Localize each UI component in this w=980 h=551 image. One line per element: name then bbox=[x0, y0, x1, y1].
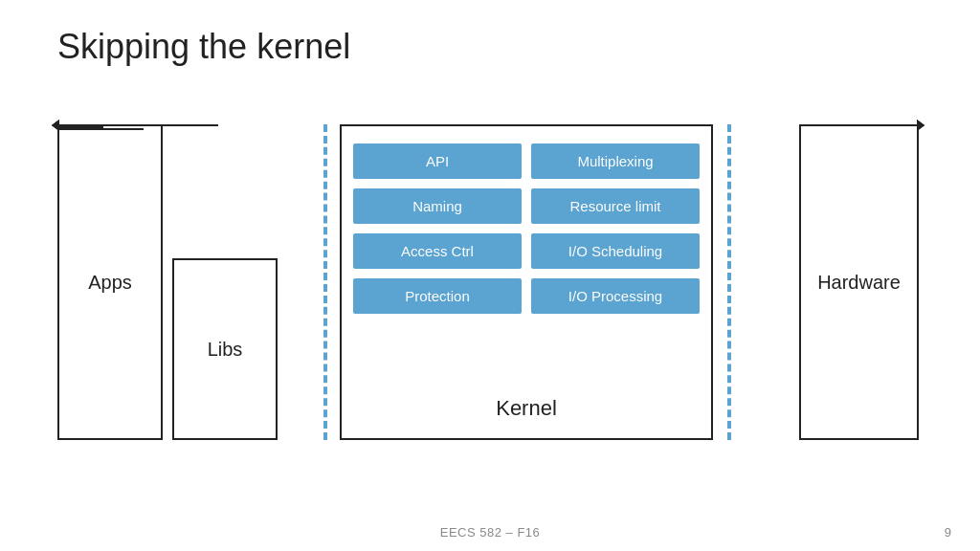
libs-box: Libs bbox=[172, 258, 278, 440]
hardware-box: Hardware bbox=[799, 124, 919, 440]
kernel-cell-io-processing: I/O Processing bbox=[531, 278, 700, 314]
footer-text: EECS 582 – F16 bbox=[440, 525, 541, 540]
kernel-cell-resource-limit: Resource limit bbox=[531, 188, 700, 224]
libs-label: Libs bbox=[208, 339, 243, 361]
diagram-area: Apps Libs API Multiplexing Naming Resour… bbox=[57, 124, 919, 497]
kernel-cell-api: API bbox=[353, 143, 522, 179]
kernel-cell-naming: Naming bbox=[353, 188, 522, 224]
apps-box: Apps bbox=[57, 124, 163, 440]
dashed-line-left bbox=[323, 124, 327, 440]
kernel-grid: API Multiplexing Naming Resource limit A… bbox=[353, 143, 700, 314]
kernel-cell-protection: Protection bbox=[353, 278, 522, 314]
slide-title: Skipping the kernel bbox=[57, 27, 350, 67]
kernel-cell-multiplexing: Multiplexing bbox=[531, 143, 700, 179]
hardware-label: Hardware bbox=[817, 272, 901, 294]
footer: EECS 582 – F16 bbox=[0, 525, 980, 540]
kernel-cell-access-ctrl: Access Ctrl bbox=[353, 233, 522, 269]
kernel-cell-io-scheduling: I/O Scheduling bbox=[531, 233, 700, 269]
kernel-label: Kernel bbox=[342, 396, 711, 421]
page-number: 9 bbox=[945, 525, 951, 540]
apps-label: Apps bbox=[88, 272, 132, 294]
dashed-line-right bbox=[727, 124, 731, 440]
kernel-box: API Multiplexing Naming Resource limit A… bbox=[340, 124, 713, 440]
